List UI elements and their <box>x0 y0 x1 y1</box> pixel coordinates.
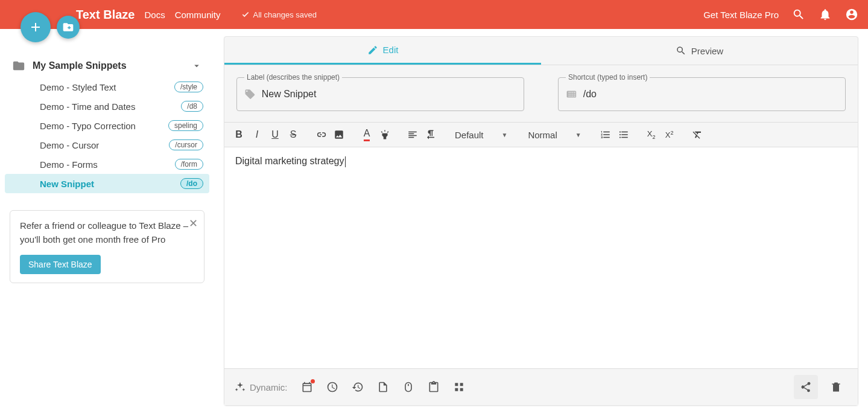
text-cursor <box>345 156 346 167</box>
editor-toolbar: B I U S A Default▼ Normal▼ <box>224 122 858 147</box>
snippet-item-cursor[interactable]: Demo - Cursor/cursor <box>5 135 209 155</box>
save-status-text: All changes saved <box>253 10 317 19</box>
text-color-button[interactable]: A <box>358 126 375 143</box>
preview-icon <box>676 45 686 56</box>
share-button[interactable]: Share Text Blaze <box>20 255 101 274</box>
snippet-label: New Snippet <box>40 179 94 189</box>
nav-docs[interactable]: Docs <box>144 10 165 20</box>
referral-text: Refer a friend or colleague to Text Blaz… <box>20 219 194 246</box>
get-pro-button[interactable]: Get Text Blaze Pro <box>703 10 779 20</box>
file-command-button[interactable] <box>377 381 389 393</box>
save-status: All changes saved <box>241 10 317 19</box>
link-button[interactable] <box>312 126 329 143</box>
bold-button[interactable]: B <box>230 126 247 143</box>
align-button[interactable] <box>404 126 421 143</box>
tab-edit[interactable]: Edit <box>224 37 541 65</box>
caret-icon: ▼ <box>575 132 581 138</box>
align-left-icon <box>407 129 418 140</box>
search-icon[interactable] <box>792 8 805 21</box>
bullet-list-button[interactable] <box>615 126 632 143</box>
dynamic-label: Dynamic: <box>234 381 288 393</box>
shortcut-fieldset[interactable]: Shortcut (typed to insert) <box>558 77 846 111</box>
snippet-item-styled-text[interactable]: Demo - Styled Text/style <box>5 77 209 97</box>
subscript-button[interactable]: X2 <box>643 126 660 143</box>
share-snippet-button[interactable] <box>794 375 818 399</box>
snippet-shortcut: /cursor <box>169 139 203 150</box>
tab-preview[interactable]: Preview <box>541 37 858 65</box>
rtl-icon <box>425 129 436 140</box>
label-fieldset[interactable]: Label (describes the snippet) <box>236 77 524 111</box>
apps-command-button[interactable] <box>453 381 465 393</box>
folder-name: My Sample Snippets <box>33 60 127 71</box>
snippet-shortcut: /do <box>180 178 203 189</box>
snippet-item-time-dates[interactable]: Demo - Time and Dates/d8 <box>5 97 209 116</box>
app-logo: Text Blaze <box>76 8 135 22</box>
snippet-label: Demo - Styled Text <box>40 82 116 92</box>
add-snippet-fab[interactable] <box>21 12 51 42</box>
editor-content: Digital marketing strategy <box>235 156 344 166</box>
label-input[interactable] <box>262 89 516 100</box>
link-icon <box>315 129 326 140</box>
highlight-button[interactable] <box>376 126 393 143</box>
clear-format-button[interactable] <box>689 126 706 143</box>
bullet-list-icon <box>618 129 629 140</box>
indent-button[interactable] <box>422 126 439 143</box>
bell-icon[interactable] <box>819 8 832 21</box>
superscript-button[interactable]: X2 <box>661 126 678 143</box>
italic-button[interactable]: I <box>249 126 265 143</box>
image-button[interactable] <box>331 126 347 143</box>
check-icon <box>241 10 250 19</box>
notification-dot <box>311 379 315 383</box>
fab-row <box>21 12 80 42</box>
snippet-item-typo[interactable]: Demo - Typo Correctionspeling <box>5 116 209 135</box>
sparkle-icon <box>234 381 246 393</box>
folder-plus-icon <box>62 21 74 33</box>
snippet-list: Demo - Styled Text/style Demo - Time and… <box>5 77 209 193</box>
clipboard-command-button[interactable] <box>428 381 440 393</box>
label-legend: Label (describes the snippet) <box>244 73 342 82</box>
folder-header[interactable]: My Sample Snippets <box>5 56 209 76</box>
snippet-shortcut: speling <box>168 120 203 131</box>
dynamic-text: Dynamic: <box>250 382 288 392</box>
snippet-label: Demo - Typo Correction <box>40 121 136 131</box>
clock-icon <box>326 381 338 393</box>
pencil-icon <box>367 45 378 56</box>
underline-button[interactable]: U <box>267 126 284 143</box>
font-select[interactable]: Default▼ <box>450 130 512 140</box>
time-command-button[interactable] <box>326 381 338 393</box>
snippet-item-new[interactable]: New Snippet/do <box>5 174 209 193</box>
add-folder-fab[interactable] <box>57 16 80 39</box>
bottom-bar: Dynamic: <box>224 368 858 405</box>
file-icon <box>377 381 389 393</box>
snippet-item-forms[interactable]: Demo - Forms/form <box>5 155 209 174</box>
chevron-down-icon[interactable] <box>191 60 202 71</box>
editor-body[interactable]: Digital marketing strategy <box>224 147 858 368</box>
strike-button[interactable]: S <box>285 126 302 143</box>
share-icon <box>800 381 812 393</box>
snippet-label: Demo - Cursor <box>40 140 99 150</box>
trash-icon <box>830 381 842 393</box>
close-referral-button[interactable]: ✕ <box>189 217 198 230</box>
mouse-command-button[interactable] <box>402 381 414 393</box>
referral-card: ✕ Refer a friend or colleague to Text Bl… <box>10 210 204 283</box>
delete-snippet-button[interactable] <box>824 375 848 399</box>
date-command-button[interactable] <box>301 381 313 393</box>
image-icon <box>334 129 344 140</box>
folder-icon <box>12 59 25 72</box>
header-right: Get Text Blaze Pro <box>703 8 858 21</box>
account-icon[interactable] <box>845 8 858 21</box>
tab-edit-label: Edit <box>383 45 399 55</box>
ordered-list-button[interactable] <box>597 126 614 143</box>
history-icon <box>352 381 364 393</box>
snippet-label: Demo - Forms <box>40 159 98 170</box>
plus-icon <box>28 20 43 34</box>
nav-community[interactable]: Community <box>175 10 221 20</box>
tab-preview-label: Preview <box>691 46 723 56</box>
editor-panel: Edit Preview Label (describes the snippe… <box>224 36 858 406</box>
bottom-right-actions <box>794 375 848 399</box>
history-command-button[interactable] <box>352 381 364 393</box>
shortcut-input[interactable] <box>583 89 838 100</box>
size-select[interactable]: Normal▼ <box>523 130 586 140</box>
snippet-shortcut: /style <box>174 82 203 92</box>
fields-row: Label (describes the snippet) Shortcut (… <box>224 65 858 122</box>
